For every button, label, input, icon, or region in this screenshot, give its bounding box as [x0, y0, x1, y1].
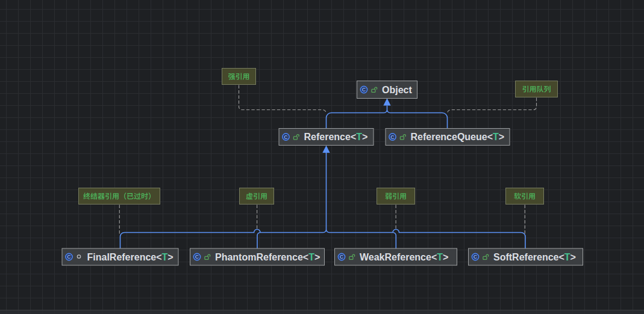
svg-text:C: C	[67, 254, 71, 260]
svg-text:SoftReference<T>: SoftReference<T>	[493, 252, 576, 262]
svg-text:Object: Object	[382, 85, 412, 95]
svg-text:C: C	[390, 134, 395, 140]
svg-text:C: C	[474, 254, 478, 260]
svg-text:Reference<T>: Reference<T>	[304, 132, 368, 142]
svg-text:FinalReference<T>: FinalReference<T>	[87, 252, 174, 262]
svg-text:C: C	[195, 254, 199, 260]
svg-text:C: C	[340, 254, 344, 260]
svg-text:WeakReference<T>: WeakReference<T>	[360, 252, 448, 262]
svg-text:PhantomReference<T>: PhantomReference<T>	[215, 252, 320, 262]
svg-text:ReferenceQueue<T>: ReferenceQueue<T>	[411, 132, 505, 142]
svg-text:C: C	[362, 87, 366, 93]
svg-text:C: C	[284, 134, 288, 140]
